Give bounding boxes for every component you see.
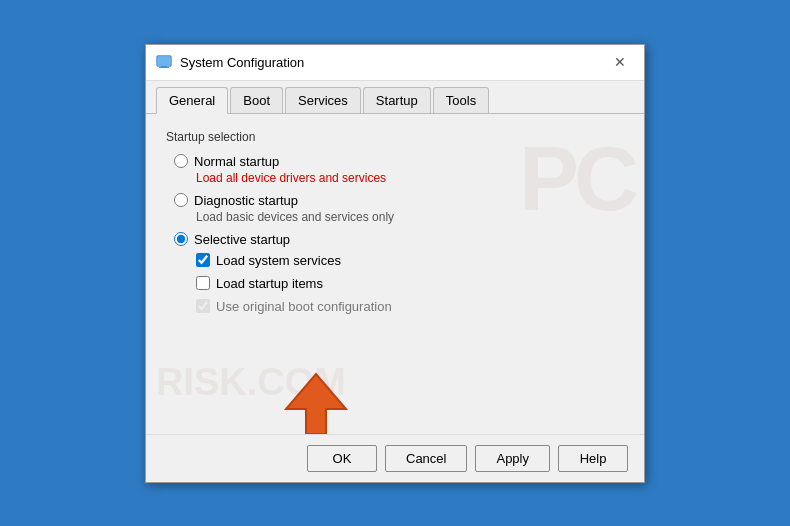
original-boot-row: Use original boot configuration (196, 299, 624, 314)
original-boot-checkbox (196, 299, 210, 313)
startup-options: Normal startup Load all device drivers a… (166, 154, 624, 314)
selective-startup-option: Selective startup Load system services L… (174, 232, 624, 314)
footer: OK Cancel Apply Help (146, 434, 644, 482)
cancel-button[interactable]: Cancel (385, 445, 467, 472)
system-config-dialog: System Configuration ✕ General Boot Serv… (145, 44, 645, 483)
normal-startup-radio[interactable] (174, 154, 188, 168)
tab-bar: General Boot Services Startup Tools (146, 81, 644, 114)
content-area: PC RISK.COM Startup selection Normal sta… (146, 114, 644, 434)
selective-startup-radio[interactable] (174, 232, 188, 246)
ok-button[interactable]: OK (307, 445, 377, 472)
tab-startup[interactable]: Startup (363, 87, 431, 113)
diagnostic-startup-radio[interactable] (174, 193, 188, 207)
normal-startup-label: Normal startup (194, 154, 279, 169)
selective-sub-options: Load system services Load startup items … (174, 253, 624, 314)
tab-boot[interactable]: Boot (230, 87, 283, 113)
title-bar-left: System Configuration (156, 54, 304, 70)
load-startup-items-label: Load startup items (216, 276, 323, 291)
svg-rect-2 (159, 67, 169, 68)
load-system-services-label: Load system services (216, 253, 341, 268)
load-system-services-row: Load system services (196, 253, 624, 268)
load-startup-items-row: Load startup items (196, 276, 624, 291)
load-startup-items-checkbox[interactable] (196, 276, 210, 290)
title-bar: System Configuration ✕ (146, 45, 644, 81)
apply-button[interactable]: Apply (475, 445, 550, 472)
diagnostic-startup-option: Diagnostic startup Load basic devices an… (174, 193, 624, 224)
svg-rect-3 (158, 57, 170, 65)
tab-general[interactable]: General (156, 87, 228, 114)
arrow-annotation (276, 364, 356, 434)
watermark-bottom: RISK.COM (156, 361, 346, 404)
load-system-services-checkbox[interactable] (196, 253, 210, 267)
svg-marker-4 (286, 374, 346, 434)
diagnostic-startup-label: Diagnostic startup (194, 193, 298, 208)
tab-services[interactable]: Services (285, 87, 361, 113)
normal-startup-subtext: Load all device drivers and services (174, 171, 624, 185)
title-text: System Configuration (180, 55, 304, 70)
help-button[interactable]: Help (558, 445, 628, 472)
original-boot-label: Use original boot configuration (216, 299, 392, 314)
selective-startup-label: Selective startup (194, 232, 290, 247)
diagnostic-startup-subtext: Load basic devices and services only (174, 210, 624, 224)
section-label: Startup selection (166, 130, 624, 144)
app-icon (156, 54, 172, 70)
close-button[interactable]: ✕ (606, 52, 634, 72)
tab-tools[interactable]: Tools (433, 87, 489, 113)
normal-startup-option: Normal startup Load all device drivers a… (174, 154, 624, 185)
